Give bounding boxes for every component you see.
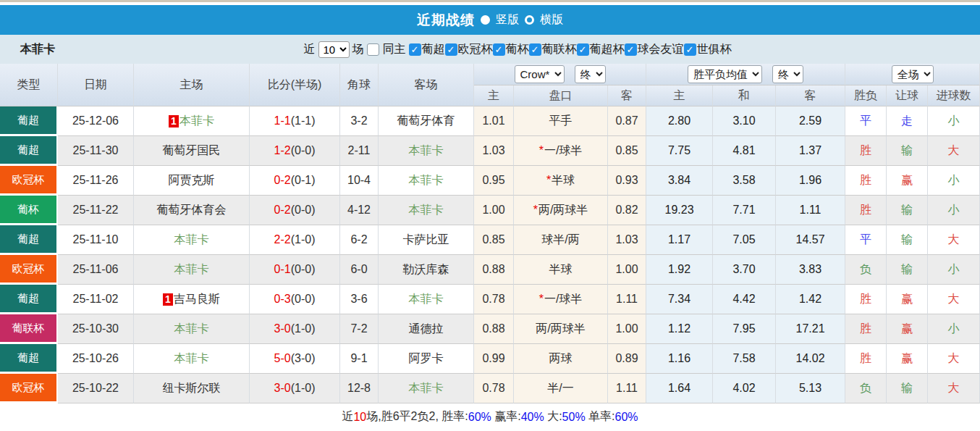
europe-lose-odds: 1.42 [776,285,845,314]
league-checkbox-label[interactable]: 球会友谊 [638,42,684,57]
score-cell: 2-2(1-0) [250,225,340,255]
league-checkbox-label[interactable]: 葡联杯 [542,42,577,57]
league-checkbox[interactable]: ✓ [445,43,457,56]
match-date: 25-10-22 [58,374,134,403]
corner-count: 6-0 [340,255,379,285]
score-cell: 0-1(0-0) [250,255,340,285]
result-goals: 小 [928,106,980,136]
handicap-line: 两球 [514,344,608,374]
result-outcome: 平 [845,106,887,136]
panel-title: 近期战绩 [417,11,475,30]
result-outcome: 负 [845,374,887,403]
handicap-away-odds: 1.00 [608,255,646,285]
matches-label: 场 [352,42,364,57]
result-goals: 小 [928,314,980,344]
avg-time-select[interactable]: 终 [772,65,803,83]
handicap-away-odds: 0.87 [608,106,646,136]
league-checkbox-label[interactable]: 葡超 [422,42,445,57]
league-checkbox[interactable]: ✓ [684,43,696,56]
league-badge: 葡超 [0,106,58,136]
league-checkbox-label[interactable]: 葡超杯 [590,42,625,57]
match-date: 25-11-10 [58,225,134,255]
league-filter-item[interactable]: ✓世俱杯 [684,42,732,57]
score-cell: 5-0(3-0) [250,344,340,374]
league-checkbox[interactable]: ✓ [493,43,505,56]
recent-count-select[interactable]: 10 [318,41,350,58]
handicap-line: 半/一 [514,374,608,403]
league-filter-item[interactable]: ✓葡超 [409,42,445,57]
europe-draw-odds: 4.02 [713,374,776,403]
vertical-layout-radio[interactable] [481,15,490,25]
handicap-line-text: 两球 [549,352,573,364]
table-row: 欧冠杯25-10-22纽卡斯尔联3-0(1-0)12-8本菲卡0.78半/一1.… [0,374,980,403]
subheader-europe-away: 客 [776,85,845,106]
recent-results-table: 类型 日期 主场 比分(半场) 角球 客场 Crow* 终 胜平负均值 终 [0,64,980,403]
score-cell: 3-0(1-0) [250,314,340,344]
rank-badge: 1 [163,293,173,306]
league-checkbox[interactable]: ✓ [577,43,589,56]
league-checkbox[interactable]: ✓ [409,43,421,56]
europe-lose-odds: 14.02 [776,344,845,374]
europe-lose-odds: 2.59 [776,106,845,136]
result-goals: 小 [928,196,980,225]
league-checkbox[interactable]: ✓ [625,43,637,56]
summary-segment: 场,胜6平2负2, 胜率: [366,409,468,424]
team-name-text: 本菲卡 [409,144,444,156]
league-checkbox-label[interactable]: 世俱杯 [697,42,732,57]
league-badge: 葡联杯 [0,314,58,344]
team-cell: 本菲卡 [379,196,474,225]
europe-lose-odds: 1.96 [776,166,845,196]
league-badge: 葡杯 [0,196,58,225]
europe-lose-odds: 14.57 [776,225,845,255]
full-time-score: 0-3 [274,293,291,305]
europe-win-odds: 1.64 [646,374,713,403]
scope-select[interactable]: 全场 [892,65,934,83]
league-filter-item[interactable]: ✓葡杯 [493,42,529,57]
league-filter-item[interactable]: ✓球会友谊 [625,42,684,57]
europe-lose-odds: 5.13 [776,374,845,403]
horizontal-layout-radio[interactable] [525,15,534,25]
handicap-line-text: 两/两球半 [536,322,585,335]
same-home-label[interactable]: 同主 [383,42,406,57]
full-time-score: 5-0 [274,352,291,364]
league-checkbox[interactable]: ✓ [529,43,541,56]
summary-segment: 50% [562,411,586,424]
full-time-score: 3-0 [274,382,291,394]
result-goals: 小 [928,166,980,196]
score-cell: 0-2(0-1) [250,166,340,196]
odds-source-select[interactable]: Crow* [515,65,565,83]
team-name-text: 本菲卡 [174,233,209,246]
team-name-text: 葡萄牙体育 [397,114,455,127]
league-checkbox-label[interactable]: 葡杯 [506,42,529,57]
handicap-line-text: 一/球半 [544,293,582,305]
match-date: 25-11-06 [58,255,134,285]
score-cell: 1-2(0-0) [250,136,340,166]
handicap-home-odds: 1.03 [474,136,514,166]
team-cell: 本菲卡 [379,136,474,166]
team-cell: 阿贾克斯 [134,166,250,196]
score-cell: 3-0(1-0) [250,374,340,403]
handicap-home-odds: 0.88 [474,255,514,285]
result-handicap: 输 [887,196,928,225]
same-home-checkbox[interactable] [367,43,379,56]
match-date: 25-11-02 [58,285,134,314]
vertical-layout-label[interactable]: 竖版 [496,12,519,28]
table-row: 葡联杯25-10-30本菲卡3-0(1-0)7-2通德拉0.88两/两球半1.0… [0,314,980,344]
half-time-score: (1-1) [291,114,316,127]
odds-time-select[interactable]: 终 [575,65,606,83]
full-time-score: 0-2 [274,204,291,216]
league-checkbox-label[interactable]: 欧冠杯 [458,42,493,57]
league-filter-item[interactable]: ✓葡联杯 [529,42,577,57]
handicap-away-odds: 1.00 [608,314,646,344]
league-filter-item[interactable]: ✓欧冠杯 [445,42,493,57]
result-handicap: 赢 [887,314,928,344]
team-name-text: 吉马良斯 [174,293,220,305]
league-filter-item[interactable]: ✓葡超杯 [577,42,625,57]
corner-count: 7-2 [340,314,379,344]
horizontal-layout-label[interactable]: 横版 [540,12,563,28]
corner-count: 2-11 [340,136,379,166]
europe-lose-odds: 3.83 [776,255,845,285]
result-outcome: 胜 [845,314,887,344]
europe-lose-odds: 17.21 [776,314,845,344]
avg-type-select[interactable]: 胜平负均值 [688,65,762,83]
